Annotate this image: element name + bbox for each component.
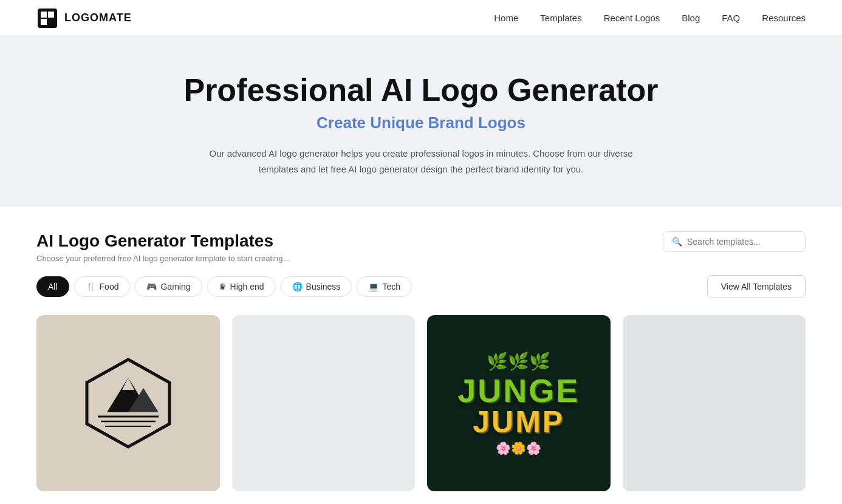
tab-all[interactable]: All (36, 276, 69, 297)
tab-gaming-label: Gaming (160, 282, 190, 291)
jungle-title-text: JUNGE (457, 374, 580, 407)
templates-section: AI Logo Generator Templates Choose your … (0, 207, 842, 504)
logo-text: LOGOMATE (64, 12, 132, 24)
business-icon: 🌐 (292, 282, 303, 291)
templates-header: AI Logo Generator Templates Choose your … (36, 231, 806, 263)
search-icon: 🔍 (672, 237, 682, 247)
tabs-left: All 🍴 Food 🎮 Gaming ♛ High end 🌐 Busines… (36, 276, 412, 297)
nav-recent-logos[interactable]: Recent Logos (604, 13, 660, 23)
tab-business[interactable]: 🌐 Business (281, 276, 352, 297)
view-all-button[interactable]: View All Templates (707, 275, 806, 298)
card-img-blank-1 (232, 315, 416, 491)
jungle-top-decor: 🌿🌿🌿 (457, 352, 580, 372)
nav-blog[interactable]: Blog (682, 13, 700, 23)
tab-tech-label: Tech (382, 282, 400, 291)
svg-rect-3 (41, 19, 47, 25)
nav-faq[interactable]: FAQ (722, 13, 740, 23)
card-img-mountain (36, 315, 220, 491)
search-input[interactable] (687, 237, 796, 247)
highend-icon: ♛ (219, 282, 227, 291)
svg-rect-0 (38, 9, 57, 28)
svg-marker-10 (122, 378, 134, 390)
tech-icon: 💻 (368, 282, 378, 291)
template-card-blank-2[interactable] (623, 315, 806, 491)
hero-subtitle: Create Unique Brand Logos (12, 114, 830, 132)
template-card-blank-1[interactable] (232, 315, 416, 491)
hero-title: Professional AI Logo Generator (12, 73, 830, 107)
nav-home[interactable]: Home (494, 13, 518, 23)
logo-icon (36, 7, 58, 29)
template-card-mountain[interactable] (36, 315, 220, 491)
jungle-subtitle-text: JUMP (457, 407, 580, 437)
card-img-jungle: 🌿🌿🌿 JUNGE JUMP 🌸🌼🌸 (427, 315, 611, 491)
mountain-svg (80, 355, 177, 452)
card-img-blank-2 (623, 315, 806, 491)
tab-food[interactable]: 🍴 Food (74, 276, 131, 297)
tab-all-label: All (48, 282, 58, 291)
navbar: LOGOMATE Home Templates Recent Logos Blo… (0, 0, 842, 36)
search-box[interactable]: 🔍 (663, 231, 806, 252)
svg-rect-1 (41, 12, 47, 18)
template-card-jungle[interactable]: 🌿🌿🌿 JUNGE JUMP 🌸🌼🌸 (427, 315, 611, 491)
tab-gaming[interactable]: 🎮 Gaming (135, 276, 202, 297)
logo-area: LOGOMATE (36, 7, 132, 29)
food-icon: 🍴 (86, 282, 96, 291)
templates-heading: AI Logo Generator Templates (36, 231, 289, 251)
hero-section: Professional AI Logo Generator Create Un… (0, 36, 842, 207)
tab-highend-label: High end (230, 282, 264, 291)
tab-business-label: Business (306, 282, 341, 291)
templates-subheading: Choose your preferred free AI logo gener… (36, 254, 289, 263)
tab-highend[interactable]: ♛ High end (207, 276, 276, 297)
hero-description: Our advanced AI logo generator helps you… (190, 146, 652, 177)
nav-templates[interactable]: Templates (540, 13, 581, 23)
svg-rect-2 (48, 12, 54, 18)
filter-tabs-row: All 🍴 Food 🎮 Gaming ♛ High end 🌐 Busines… (36, 275, 806, 298)
gaming-icon: 🎮 (146, 282, 157, 291)
tab-food-label: Food (100, 282, 119, 291)
jungle-bottom-decor: 🌸🌼🌸 (457, 441, 580, 455)
templates-grid: 🌿🌿🌿 JUNGE JUMP 🌸🌼🌸 (36, 315, 806, 491)
templates-header-left: AI Logo Generator Templates Choose your … (36, 231, 289, 263)
nav-resources[interactable]: Resources (762, 13, 806, 23)
tab-tech[interactable]: 💻 Tech (357, 276, 412, 297)
nav-links: Home Templates Recent Logos Blog FAQ Res… (494, 13, 806, 24)
